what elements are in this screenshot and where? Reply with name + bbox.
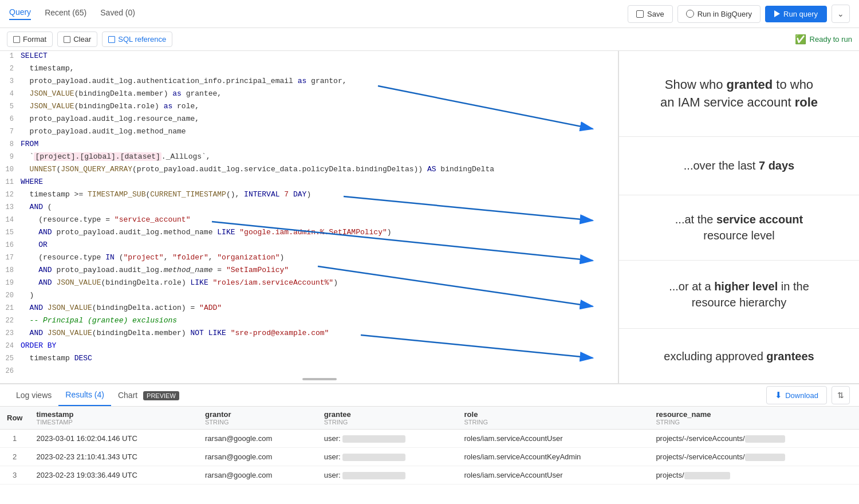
code-editor[interactable]: 1 SELECT 2 timestamp, 3 proto_payload.au… bbox=[0, 51, 618, 383]
download-icon: ⬇ bbox=[775, 390, 782, 400]
cell-grantee: user: bbox=[317, 430, 458, 448]
code-line: 18 AND proto_payload.audit_log.method_na… bbox=[0, 265, 618, 278]
table-row: 1 2023-03-01 16:02:04.146 UTC rarsan@goo… bbox=[0, 430, 859, 448]
col-grantor: grantorSTRING bbox=[198, 407, 317, 430]
results-data-table: Row timestampTIMESTAMP grantorSTRING gra… bbox=[0, 407, 859, 485]
sql-reference-button[interactable]: SQL reference bbox=[102, 32, 172, 47]
clear-icon bbox=[64, 36, 70, 43]
editor-toolbar: Format Clear SQL reference ✅ Ready to ru… bbox=[0, 28, 859, 51]
cell-resource-name: projects/-/serviceAccounts/ bbox=[649, 430, 859, 448]
cell-timestamp: 2023-02-23 19:03:36.449 UTC bbox=[29, 466, 198, 485]
code-line: 4 JSON_VALUE(bindingDelta.member) as gra… bbox=[0, 89, 618, 101]
cell-grantor: rarsan@google.com bbox=[198, 466, 317, 485]
annotation-text-5: excluding approved grantees bbox=[664, 348, 814, 364]
annotation-box-1: Show who granted to whoan IAM service ac… bbox=[619, 51, 859, 137]
top-bar: Query Recent (65) Saved (0) Save Run in … bbox=[0, 0, 859, 28]
col-grantee: granteeSTRING bbox=[317, 407, 458, 430]
code-line: 9 `[project].[global].[dataset]._AllLogs… bbox=[0, 152, 618, 164]
annotation-panel: Show who granted to whoan IAM service ac… bbox=[618, 51, 859, 383]
code-line: 6 proto_payload.audit_log.resource_name, bbox=[0, 114, 618, 127]
annotation-box-4: ...or at a higher level in theresource h… bbox=[619, 261, 859, 329]
code-line: 24 ORDER BY bbox=[0, 341, 618, 353]
results-expand-button[interactable]: ⇅ bbox=[832, 386, 850, 404]
preview-badge: PREVIEW bbox=[143, 391, 179, 400]
run-in-bigquery-button[interactable]: Run in BigQuery bbox=[677, 5, 761, 23]
col-row: Row bbox=[0, 407, 29, 430]
cell-grantor: rarsan@google.com bbox=[198, 448, 317, 466]
ready-status: ✅ Ready to run bbox=[795, 34, 852, 45]
code-line: 8 FROM bbox=[0, 139, 618, 152]
top-actions: Save Run in BigQuery Run query ⌄ bbox=[628, 5, 850, 23]
col-role: roleSTRING bbox=[458, 407, 649, 430]
tab-log-views[interactable]: Log views bbox=[9, 385, 58, 405]
code-line: 3 proto_payload.audit_log.authentication… bbox=[0, 76, 618, 89]
run-icon bbox=[774, 10, 780, 17]
cell-grantee: user: bbox=[317, 448, 458, 466]
tab-results[interactable]: Results (4) bbox=[58, 384, 111, 406]
toolbar-left: Format Clear SQL reference bbox=[7, 32, 172, 47]
code-line: 25 timestamp DESC bbox=[0, 353, 618, 366]
tab-saved[interactable]: Saved (0) bbox=[100, 8, 135, 19]
code-line: 26 bbox=[0, 366, 618, 379]
chevron-icon: ⌄ bbox=[837, 9, 844, 18]
code-line: 2 timestamp, bbox=[0, 64, 618, 76]
code-line: 7 proto_payload.audit_log.method_name bbox=[0, 127, 618, 139]
cell-resource-name: projects/-/serviceAccounts/ bbox=[649, 448, 859, 466]
annotation-box-3: ...at the service accountresource level bbox=[619, 195, 859, 261]
cell-role: roles/iam.serviceAccountUser bbox=[458, 430, 649, 448]
main-tabs: Query Recent (65) Saved (0) bbox=[9, 7, 135, 20]
expand-icon: ⇅ bbox=[837, 391, 844, 400]
table-header-row: Row timestampTIMESTAMP grantorSTRING gra… bbox=[0, 407, 859, 430]
annotation-box-5: excluding approved grantees bbox=[619, 329, 859, 383]
code-line: 10 UNNEST(JSON_QUERY_ARRAY(proto_payload… bbox=[0, 164, 618, 177]
format-button[interactable]: Format bbox=[7, 32, 53, 47]
cell-timestamp: 2023-03-01 16:02:04.146 UTC bbox=[29, 430, 198, 448]
cell-role: roles/iam.serviceAccountUser bbox=[458, 466, 649, 485]
download-button[interactable]: ⬇ Download bbox=[766, 386, 827, 404]
code-line: 20 ) bbox=[0, 290, 618, 303]
col-timestamp: timestampTIMESTAMP bbox=[29, 407, 198, 430]
annotation-text-3: ...at the service accountresource level bbox=[675, 211, 803, 243]
row-number: 1 bbox=[0, 430, 29, 448]
code-line: 13 AND ( bbox=[0, 202, 618, 215]
code-line: 16 OR bbox=[0, 240, 618, 253]
cell-grantee: user: bbox=[317, 466, 458, 485]
code-line: 19 AND JSON_VALUE(bindingDelta.role) LIK… bbox=[0, 278, 618, 290]
run-query-button[interactable]: Run query bbox=[765, 6, 827, 22]
clear-button[interactable]: Clear bbox=[57, 32, 97, 47]
row-number: 2 bbox=[0, 448, 29, 466]
code-lines: 1 SELECT 2 timestamp, 3 proto_payload.au… bbox=[0, 51, 618, 379]
code-line: 21 AND JSON_VALUE(bindingDelta.action) =… bbox=[0, 303, 618, 316]
tab-chart[interactable]: Chart PREVIEW bbox=[111, 385, 186, 405]
code-line: 15 AND proto_payload.audit_log.method_na… bbox=[0, 227, 618, 240]
format-icon bbox=[13, 36, 20, 43]
bottom-tabs: Log views Results (4) Chart PREVIEW ⬇ Do… bbox=[0, 384, 859, 407]
code-line: 11 WHERE bbox=[0, 177, 618, 190]
code-line: 1 SELECT bbox=[0, 51, 618, 64]
sql-ref-icon bbox=[108, 36, 115, 43]
cell-resource-name: projects/ bbox=[649, 466, 859, 485]
cell-timestamp: 2023-02-23 21:10:41.343 UTC bbox=[29, 448, 198, 466]
annotation-text-4: ...or at a higher level in theresource h… bbox=[669, 278, 809, 310]
bottom-panel: Log views Results (4) Chart PREVIEW ⬇ Do… bbox=[0, 383, 859, 504]
check-icon: ✅ bbox=[795, 34, 806, 45]
main-content: 1 SELECT 2 timestamp, 3 proto_payload.au… bbox=[0, 51, 859, 383]
code-line: 12 timestamp >= TIMESTAMP_SUB(CURRENT_TI… bbox=[0, 190, 618, 202]
col-resource-name: resource_nameSTRING bbox=[649, 407, 859, 430]
code-line: 23 AND JSON_VALUE(bindingDelta.member) N… bbox=[0, 328, 618, 341]
row-number: 3 bbox=[0, 466, 29, 485]
code-line: 22 -- Principal (grantee) exclusions bbox=[0, 316, 618, 328]
code-line: 17 (resource.type IN ("project", "folder… bbox=[0, 253, 618, 265]
code-line: 5 JSON_VALUE(bindingDelta.role) as role, bbox=[0, 101, 618, 114]
annotation-text-2: ...over the last 7 days bbox=[684, 158, 794, 174]
table-row: 3 2023-02-23 19:03:36.449 UTC rarsan@goo… bbox=[0, 466, 859, 485]
table-row: 2 2023-02-23 21:10:41.343 UTC rarsan@goo… bbox=[0, 448, 859, 466]
code-line: 14 (resource.type = "service_account" bbox=[0, 215, 618, 227]
annotation-text-1: Show who granted to whoan IAM service ac… bbox=[660, 76, 818, 112]
tab-query[interactable]: Query bbox=[9, 7, 31, 20]
query-options-button[interactable]: ⌄ bbox=[832, 5, 850, 23]
annotation-box-2: ...over the last 7 days bbox=[619, 137, 859, 195]
results-table: Row timestampTIMESTAMP grantorSTRING gra… bbox=[0, 407, 859, 504]
save-button[interactable]: Save bbox=[628, 5, 673, 23]
tab-recent[interactable]: Recent (65) bbox=[45, 8, 86, 19]
